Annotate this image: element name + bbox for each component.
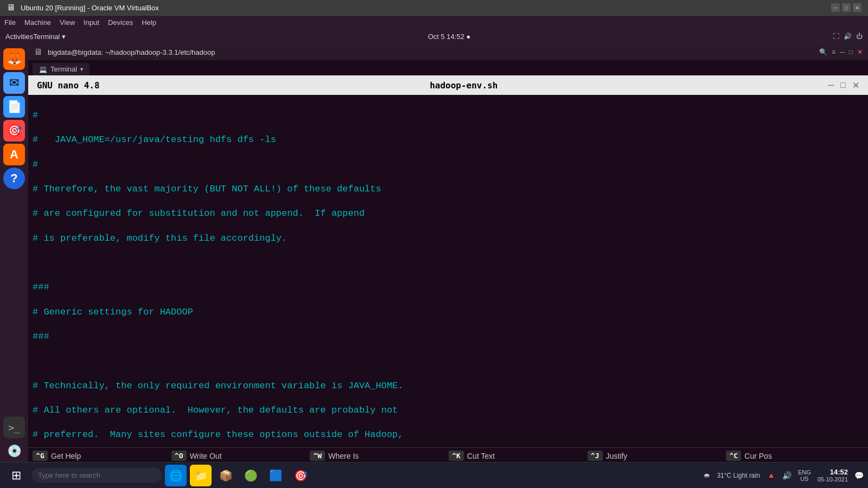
taskbar-apps: 🌐 📁 📦 🟢 🟦 🎯	[165, 465, 431, 486]
taskbar: ⊞ 🌐 📁 📦 🟢 🟦 🎯 🌧 31°C Light rain 🔺 🔊 ENGU…	[0, 462, 868, 488]
terminal-tabbar: 💻 Terminal ▾	[28, 60, 868, 75]
volume-icon: 🔊	[844, 33, 852, 40]
nano-cmd-cur-pos[interactable]: ^C Cur Pos	[726, 450, 864, 462]
terminal-maximize-button[interactable]: □	[849, 48, 853, 56]
taskbar-right: 🌧 31°C Light rain 🔺 🔊 ENGUS 14:52 05-10-…	[704, 468, 864, 483]
ubuntu-clock: Oct 5 14:52 ●	[66, 33, 833, 41]
taskbar-app-5[interactable]: 🟦	[265, 465, 286, 486]
nano-cmd-get-help[interactable]: ^G Get Help	[33, 450, 170, 462]
network-icon: ⛶	[833, 33, 839, 40]
sidebar-icon-mail[interactable]: ✉	[3, 72, 25, 94]
taskbar-notification-icon[interactable]: 💬	[854, 471, 864, 480]
nano-cmd-cut-text[interactable]: ^K Cut Text	[449, 450, 586, 462]
power-icon: ⏻	[856, 33, 863, 40]
virtualbox-window: 🖥 Ubuntu 20 [Running] - Oracle VM Virtua…	[0, 0, 868, 488]
vbox-window-controls: ─ □ ✕	[831, 3, 861, 12]
terminal-header: 🖥 bigdata@bigdata: ~/hadoop/hadoop-3.3.1…	[28, 44, 868, 60]
sidebar-icon-dvd[interactable]: 💿	[3, 440, 25, 462]
sidebar-icon-terminal[interactable]: >_	[3, 416, 25, 438]
taskbar-weather-icon: 🌧	[704, 472, 710, 479]
taskbar-lang: ENGUS	[798, 469, 811, 482]
menu-view[interactable]: View	[60, 18, 75, 27]
taskbar-network-icon: 🔺	[767, 471, 776, 480]
menu-help[interactable]: Help	[142, 18, 156, 27]
vbox-maximize-button[interactable]: □	[842, 3, 851, 12]
taskbar-clock: 14:52 05-10-2021	[818, 468, 848, 483]
start-icon: ⊞	[11, 468, 21, 483]
nano-filename: hadoop-env.sh	[430, 80, 497, 91]
terminal-tab-label: Terminal	[50, 65, 77, 73]
ubuntu-app-menu[interactable]: Terminal ▾	[33, 33, 66, 41]
menu-machine[interactable]: Machine	[24, 18, 51, 27]
start-button[interactable]: ⊞	[4, 464, 28, 487]
vbox-menubar: File Machine View Input Devices Help	[0, 15, 868, 29]
taskbar-search-input[interactable]	[31, 468, 162, 483]
vbox-titlebar: 🖥 Ubuntu 20 [Running] - Oracle VM Virtua…	[0, 0, 868, 15]
nano-editor[interactable]: GNU nano 4.8 hadoop-env.sh ─ □ ✕ # # JAV…	[28, 75, 868, 488]
nano-minimize-button[interactable]: ─	[828, 80, 834, 91]
sidebar: 🦊 ✉ 📄 🎯 A ? >_ 💿 ⋯	[0, 44, 28, 488]
sidebar-icon-firefox[interactable]: 🦊	[3, 48, 25, 70]
nano-maximize-button[interactable]: □	[840, 80, 846, 91]
taskbar-app-6[interactable]: 🎯	[290, 465, 311, 486]
taskbar-app-3[interactable]: 📦	[215, 465, 237, 486]
terminal-tab-dropdown-icon: ▾	[80, 66, 83, 72]
ubuntu-sys-tray: ⛶ 🔊 ⏻	[833, 33, 863, 40]
taskbar-app-4[interactable]: 🟢	[240, 465, 261, 486]
terminal-tab-icon: 💻	[39, 66, 47, 73]
sidebar-icon-files[interactable]: 📄	[3, 96, 25, 118]
vbox-minimize-button[interactable]: ─	[831, 3, 840, 12]
vbox-icon: 🖥	[7, 3, 15, 12]
nano-app-name: GNU nano 4.8	[37, 80, 100, 91]
menu-file[interactable]: File	[4, 18, 16, 27]
terminal-minimize-button[interactable]: ─	[840, 48, 845, 56]
terminal-window: 🖥 bigdata@bigdata: ~/hadoop/hadoop-3.3.1…	[28, 44, 868, 488]
terminal-title: bigdata@bigdata: ~/hadoop/hadoop-3.3.1/e…	[48, 48, 215, 56]
taskbar-app-2[interactable]: 📁	[190, 465, 212, 486]
menu-input[interactable]: Input	[84, 18, 99, 27]
terminal-icon: 🖥	[34, 47, 42, 57]
taskbar-app-1[interactable]: 🌐	[165, 465, 187, 486]
taskbar-weather: 31°C Light rain	[717, 472, 760, 479]
terminal-tab[interactable]: 💻 Terminal ▾	[33, 63, 90, 75]
terminal-close-button[interactable]: ✕	[857, 48, 863, 56]
ubuntu-activities[interactable]: Activities	[5, 33, 33, 41]
ubuntu-topbar: Activities Terminal ▾ Oct 5 14:52 ● ⛶ 🔊 …	[0, 29, 868, 44]
menu-devices[interactable]: Devices	[108, 18, 133, 27]
nano-close-button[interactable]: ✕	[852, 80, 859, 91]
nano-cmd-write-out[interactable]: ^O Write Out	[171, 450, 309, 462]
terminal-menu-icon[interactable]: ≡	[832, 48, 835, 56]
nano-cmd-justify[interactable]: ^J Justify	[588, 450, 725, 462]
terminal-search-icon[interactable]: 🔍	[819, 48, 827, 56]
nano-title-bar: GNU nano 4.8 hadoop-env.sh ─ □ ✕	[28, 75, 868, 95]
nano-cmd-where-is[interactable]: ^W Where Is	[310, 450, 448, 462]
sidebar-icon-software[interactable]: A	[3, 144, 25, 165]
editor-content[interactable]: # # JAVA_HOME=/usr/java/testing hdfs dfs…	[28, 95, 868, 447]
sidebar-icon-help[interactable]: ?	[3, 168, 25, 189]
sidebar-icon-settings[interactable]: 🎯	[3, 120, 25, 142]
vbox-title: Ubuntu 20 [Running] - Oracle VM VirtualB…	[21, 4, 159, 12]
vbox-close-button[interactable]: ✕	[853, 3, 861, 12]
taskbar-volume-icon: 🔊	[782, 471, 792, 480]
